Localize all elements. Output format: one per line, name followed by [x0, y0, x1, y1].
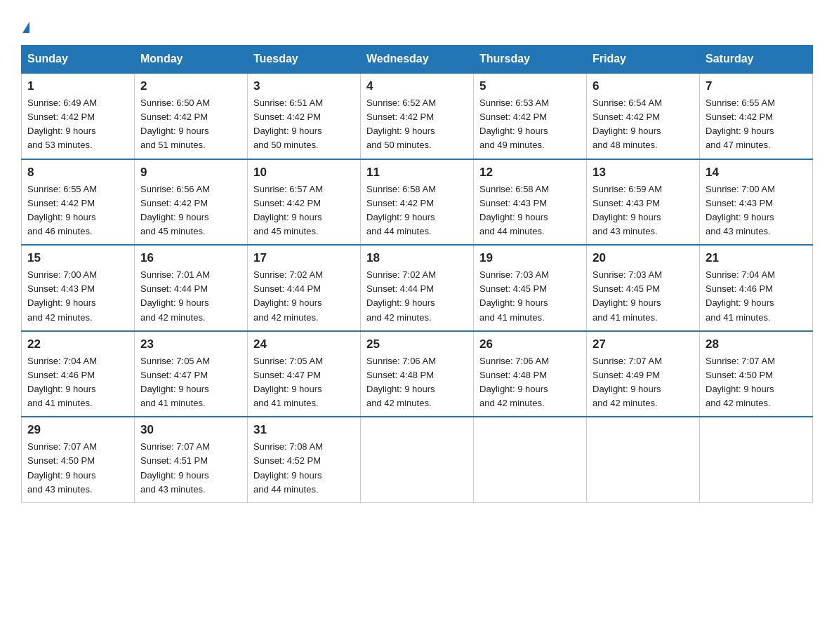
calendar-cell: 29 Sunrise: 7:07 AMSunset: 4:50 PMDaylig… — [22, 417, 135, 502]
calendar-cell: 6 Sunrise: 6:54 AMSunset: 4:42 PMDayligh… — [587, 73, 700, 159]
calendar-cell: 25 Sunrise: 7:06 AMSunset: 4:48 PMDaylig… — [361, 331, 474, 417]
day-number: 14 — [706, 166, 807, 180]
day-info: Sunrise: 6:53 AMSunset: 4:42 PMDaylight:… — [479, 96, 581, 153]
calendar-cell: 23 Sunrise: 7:05 AMSunset: 4:47 PMDaylig… — [135, 331, 248, 417]
calendar-cell: 31 Sunrise: 7:08 AMSunset: 4:52 PMDaylig… — [248, 417, 361, 502]
calendar-cell: 9 Sunrise: 6:56 AMSunset: 4:42 PMDayligh… — [135, 159, 248, 246]
day-info: Sunrise: 6:52 AMSunset: 4:42 PMDaylight:… — [366, 96, 468, 153]
day-info: Sunrise: 7:02 AMSunset: 4:44 PMDaylight:… — [253, 268, 355, 325]
calendar-cell: 11 Sunrise: 6:58 AMSunset: 4:42 PMDaylig… — [361, 159, 474, 246]
weekday-row: SundayMondayTuesdayWednesdayThursdayFrid… — [22, 46, 813, 74]
day-info: Sunrise: 6:50 AMSunset: 4:42 PMDaylight:… — [140, 96, 241, 153]
day-number: 26 — [479, 337, 581, 351]
calendar-cell: 27 Sunrise: 7:07 AMSunset: 4:49 PMDaylig… — [587, 331, 700, 417]
day-number: 18 — [366, 251, 468, 265]
calendar-cell: 20 Sunrise: 7:03 AMSunset: 4:45 PMDaylig… — [587, 245, 700, 331]
day-number: 15 — [27, 251, 128, 265]
calendar-cell: 28 Sunrise: 7:07 AMSunset: 4:50 PMDaylig… — [700, 331, 813, 417]
day-number: 8 — [27, 166, 128, 180]
day-number: 2 — [140, 79, 241, 93]
calendar-cell: 18 Sunrise: 7:02 AMSunset: 4:44 PMDaylig… — [361, 245, 474, 331]
weekday-header-saturday: Saturday — [700, 46, 813, 74]
day-number: 19 — [479, 251, 581, 265]
calendar-cell: 15 Sunrise: 7:00 AMSunset: 4:43 PMDaylig… — [22, 245, 135, 331]
calendar-cell: 1 Sunrise: 6:49 AMSunset: 4:42 PMDayligh… — [22, 73, 135, 159]
day-info: Sunrise: 7:05 AMSunset: 4:47 PMDaylight:… — [140, 354, 241, 411]
day-info: Sunrise: 6:59 AMSunset: 4:43 PMDaylight:… — [593, 182, 694, 239]
day-number: 7 — [706, 79, 807, 93]
calendar-cell — [474, 417, 587, 502]
day-info: Sunrise: 7:05 AMSunset: 4:47 PMDaylight:… — [253, 354, 355, 411]
day-number: 1 — [27, 79, 128, 93]
day-number: 10 — [253, 166, 355, 180]
day-number: 20 — [593, 251, 694, 265]
day-number: 3 — [253, 79, 355, 93]
day-info: Sunrise: 6:51 AMSunset: 4:42 PMDaylight:… — [253, 96, 355, 153]
day-number: 28 — [706, 337, 807, 351]
calendar-cell: 14 Sunrise: 7:00 AMSunset: 4:43 PMDaylig… — [700, 159, 813, 246]
calendar-week-1: 1 Sunrise: 6:49 AMSunset: 4:42 PMDayligh… — [22, 73, 813, 159]
day-info: Sunrise: 7:07 AMSunset: 4:49 PMDaylight:… — [593, 354, 694, 411]
calendar-week-4: 22 Sunrise: 7:04 AMSunset: 4:46 PMDaylig… — [22, 331, 813, 417]
day-info: Sunrise: 6:56 AMSunset: 4:42 PMDaylight:… — [140, 182, 241, 239]
weekday-header-monday: Monday — [135, 46, 248, 74]
calendar-week-5: 29 Sunrise: 7:07 AMSunset: 4:50 PMDaylig… — [22, 417, 813, 502]
day-info: Sunrise: 7:04 AMSunset: 4:46 PMDaylight:… — [706, 268, 807, 325]
calendar-cell — [700, 417, 813, 502]
day-info: Sunrise: 7:07 AMSunset: 4:51 PMDaylight:… — [140, 440, 241, 497]
day-number: 31 — [253, 423, 355, 437]
calendar-cell: 21 Sunrise: 7:04 AMSunset: 4:46 PMDaylig… — [700, 245, 813, 331]
page-header — [21, 14, 813, 34]
day-number: 12 — [479, 166, 581, 180]
day-number: 29 — [27, 423, 128, 437]
weekday-header-tuesday: Tuesday — [248, 46, 361, 74]
day-info: Sunrise: 6:54 AMSunset: 4:42 PMDaylight:… — [593, 96, 694, 153]
calendar-cell: 16 Sunrise: 7:01 AMSunset: 4:44 PMDaylig… — [135, 245, 248, 331]
weekday-header-thursday: Thursday — [474, 46, 587, 74]
day-info: Sunrise: 7:02 AMSunset: 4:44 PMDaylight:… — [366, 268, 468, 325]
day-info: Sunrise: 6:57 AMSunset: 4:42 PMDaylight:… — [253, 182, 355, 239]
day-info: Sunrise: 7:03 AMSunset: 4:45 PMDaylight:… — [479, 268, 581, 325]
day-number: 27 — [593, 337, 694, 351]
calendar-cell — [361, 417, 474, 502]
weekday-header-sunday: Sunday — [22, 46, 135, 74]
day-info: Sunrise: 7:00 AMSunset: 4:43 PMDaylight:… — [706, 182, 807, 239]
calendar-cell: 7 Sunrise: 6:55 AMSunset: 4:42 PMDayligh… — [700, 73, 813, 159]
logo-triangle-icon — [22, 22, 29, 33]
day-info: Sunrise: 7:06 AMSunset: 4:48 PMDaylight:… — [366, 354, 468, 411]
calendar-table: SundayMondayTuesdayWednesdayThursdayFrid… — [21, 45, 813, 503]
day-number: 11 — [366, 166, 468, 180]
day-number: 17 — [253, 251, 355, 265]
day-number: 24 — [253, 337, 355, 351]
weekday-header-friday: Friday — [587, 46, 700, 74]
calendar-cell: 10 Sunrise: 6:57 AMSunset: 4:42 PMDaylig… — [248, 159, 361, 246]
day-info: Sunrise: 7:03 AMSunset: 4:45 PMDaylight:… — [593, 268, 694, 325]
calendar-cell: 13 Sunrise: 6:59 AMSunset: 4:43 PMDaylig… — [587, 159, 700, 246]
logo-general-line — [21, 14, 29, 34]
weekday-header-wednesday: Wednesday — [361, 46, 474, 74]
day-number: 16 — [140, 251, 241, 265]
day-info: Sunrise: 7:00 AMSunset: 4:43 PMDaylight:… — [27, 268, 128, 325]
day-number: 5 — [479, 79, 581, 93]
calendar-week-2: 8 Sunrise: 6:55 AMSunset: 4:42 PMDayligh… — [22, 159, 813, 246]
calendar-body: 1 Sunrise: 6:49 AMSunset: 4:42 PMDayligh… — [22, 73, 813, 502]
calendar-cell — [587, 417, 700, 502]
calendar-cell: 2 Sunrise: 6:50 AMSunset: 4:42 PMDayligh… — [135, 73, 248, 159]
calendar-cell: 4 Sunrise: 6:52 AMSunset: 4:42 PMDayligh… — [361, 73, 474, 159]
calendar-cell: 8 Sunrise: 6:55 AMSunset: 4:42 PMDayligh… — [22, 159, 135, 246]
day-info: Sunrise: 7:07 AMSunset: 4:50 PMDaylight:… — [706, 354, 807, 411]
day-number: 4 — [366, 79, 468, 93]
calendar-cell: 22 Sunrise: 7:04 AMSunset: 4:46 PMDaylig… — [22, 331, 135, 417]
day-info: Sunrise: 7:01 AMSunset: 4:44 PMDaylight:… — [140, 268, 241, 325]
day-number: 23 — [140, 337, 241, 351]
calendar-week-3: 15 Sunrise: 7:00 AMSunset: 4:43 PMDaylig… — [22, 245, 813, 331]
day-number: 22 — [27, 337, 128, 351]
calendar-cell: 30 Sunrise: 7:07 AMSunset: 4:51 PMDaylig… — [135, 417, 248, 502]
day-number: 21 — [706, 251, 807, 265]
day-number: 6 — [593, 79, 694, 93]
day-number: 25 — [366, 337, 468, 351]
day-info: Sunrise: 6:58 AMSunset: 4:43 PMDaylight:… — [479, 182, 581, 239]
logo — [21, 14, 29, 34]
calendar-cell: 24 Sunrise: 7:05 AMSunset: 4:47 PMDaylig… — [248, 331, 361, 417]
day-info: Sunrise: 6:55 AMSunset: 4:42 PMDaylight:… — [27, 182, 128, 239]
